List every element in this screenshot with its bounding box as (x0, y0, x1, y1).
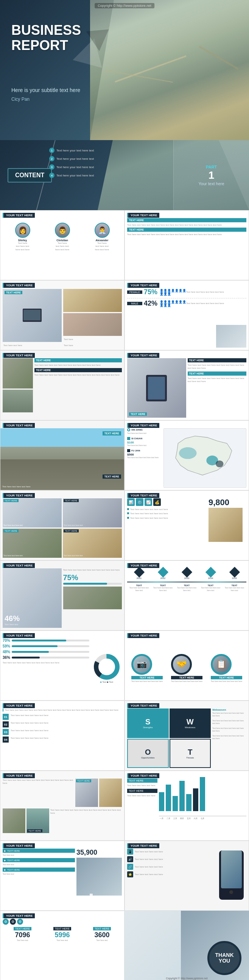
content-items: 1 Text here your text here text 2 Text h… (49, 148, 110, 181)
f-icon-4: 👤 (171, 289, 175, 292)
icon-list: 📱 Text here text here text here 🔊 Text h… (127, 849, 214, 908)
circle-3-tag: TEXT HERE (211, 676, 242, 679)
number-slide: YOUR TEXT HERE 📊 ⚙️ 📈 💰 Text here text h… (125, 490, 249, 560)
tl-desc-3: Text here text here text here text (176, 587, 198, 592)
multibars-header: YOUR TEXT HERE (3, 633, 35, 638)
diamond-4 (205, 567, 216, 578)
num-5996: TEXT HERE 5996 Text here text (53, 927, 71, 942)
bchart-text-2: Text here text here text here (127, 794, 157, 797)
swot-o: O Opportunities (127, 739, 169, 768)
thankyou-circle: THANKYOU (208, 941, 241, 975)
thankyou-circle-wrap: THANKYOU (208, 941, 241, 975)
tl-text-1: TEXT Text here text here text here text (128, 584, 150, 592)
m-icon-10: 👤 (167, 304, 171, 307)
bar-col-7 (200, 777, 205, 811)
landscape-tag-1: TEXT HERE (103, 431, 121, 436)
f-icon-6: 👤 (179, 289, 182, 292)
item-text-3: Text here your text here text (56, 165, 94, 169)
icon-row-3: 🔗 Text here text here text here (127, 864, 214, 870)
tablet-img (127, 358, 186, 418)
phone-device (219, 851, 244, 900)
landscape-text: Text here text here text here (2, 485, 31, 488)
bn-text-2: Text here text (3, 863, 75, 866)
photo-4: TEXT HERE (27, 808, 49, 833)
year-diamonds: 2011 2012 2013 2014 2015 (127, 568, 246, 579)
grid-tag-2: TEXT HERE (63, 499, 79, 502)
swot-t-label: Threats (186, 757, 194, 759)
main-image: TEXT HERE (3, 289, 62, 342)
f-icon-9: 👤 (163, 292, 167, 296)
grid-text-1: Text here text here text (3, 524, 61, 527)
dark-text-header: YOUR TEXT HERE (3, 353, 35, 358)
aerial-img (76, 858, 122, 896)
tag-here-2: TEXT HERE (53, 927, 71, 931)
pct-left-slide: YOUR TEXT HERE 46% Text here text Text h… (0, 560, 125, 630)
bar-fill-48 (12, 651, 49, 653)
bchart-tag-2: TEXT HERE (127, 789, 157, 793)
timeline-header: YOUR TEXT HERE (127, 563, 159, 568)
bar-fill-36 (12, 657, 40, 659)
dark-right-content: TEXT HERE Text here text here text here … (35, 358, 122, 418)
num-text-4: Text here text here text here text here (11, 737, 48, 740)
grid-img-1: TEXT HERE Text here text here text (3, 498, 62, 528)
dark-text-1: Text here text here text here text here … (35, 364, 122, 367)
swot-weakness-text: Text here text here text here text here … (212, 727, 246, 732)
cover-author: Cicy Pan (11, 97, 30, 102)
item-text-1: Text here your text here text (56, 149, 94, 152)
photos-tags-slide: YOUR TEXT HERE Text here text here text … (0, 771, 125, 841)
xlabel-3: 三月 (173, 817, 178, 819)
row-image-gender: YOUR TEXT HERE TEXT HERE Text here text … (0, 280, 249, 350)
highway-img-left (3, 390, 33, 412)
gender-slide: YOUR TEXT HERE FEMALE 75% 👤 👤 👤 👤 👤 👤 👤 … (125, 280, 249, 350)
m-icon-5: 👤 (175, 300, 179, 304)
dark-content: TEXT HERE Text here text here text here … (3, 358, 122, 418)
fujian-text: Text here text here text here text here (127, 456, 161, 459)
grid-tag-3: TEXT HERE (3, 530, 19, 532)
name-alexander: Alexander (84, 239, 120, 242)
laptop-img (3, 289, 62, 342)
grid-text-2: Text here text here text (63, 524, 121, 527)
cover-slide: Copyright © http://www.pptstore.net BUSI… (0, 0, 249, 140)
num-badge-04: 04 (3, 737, 9, 743)
bn-icon-1: ▶ (4, 850, 6, 852)
tablet-dark-tag: TEXT HERE (188, 358, 247, 363)
swot-s-label: Strengths (143, 726, 153, 729)
tl-desc-2: Text here text here text here text (152, 587, 174, 592)
settings-icon-3: ⚙ (17, 919, 23, 925)
bar-col-1 (159, 792, 164, 811)
num-5996-display: 5996 (53, 931, 71, 939)
bar-col-2 (166, 784, 171, 811)
big-number-area: 9,800 (208, 498, 246, 558)
m-icon-9: 👤 (163, 304, 167, 307)
multibars-content: 70% 59% 48% (3, 638, 122, 698)
photo-tag-2: TEXT HERE (27, 829, 42, 832)
swot-content: S Strengths W Weakness O Opportunities T… (127, 708, 246, 768)
xinjiang-highlight (179, 447, 197, 459)
xlabel-2: 二月 (166, 817, 171, 819)
mini-bar-3 (86, 900, 89, 904)
tag-text-here-2: TEXT HERE (127, 228, 246, 232)
content-item-4: 4 Text here your text here text (49, 173, 110, 178)
sichuan-label-row: SI CHUAN (127, 437, 161, 440)
swot-s-letter: S (145, 718, 150, 726)
highway-photo (0, 428, 124, 490)
circles-header: YOUR TEXT HERE (127, 633, 159, 638)
image-grid-4: TEXT HERE Text here text here text TEXT … (3, 498, 122, 558)
icon-item-text-1: Text here text here text here (135, 850, 163, 853)
circle-1: 📷 (131, 654, 152, 675)
member-christian: 👨 Christian Text heretext here texthere … (44, 223, 80, 251)
big-number: 9,800 (208, 498, 246, 507)
row-bignumber-phone: YOUR TEXT HERE ▶ TEXT HERE Text here tex… (0, 841, 249, 911)
barchart-content: TEXT HERE Text here text here text here … (127, 778, 246, 838)
row-pct-pct: YOUR TEXT HERE 46% Text here text Text h… (0, 560, 249, 630)
item-num-4: 4 (49, 173, 54, 178)
timeline-content: 2011 2012 2013 2014 2015 (127, 568, 246, 628)
tablet-text-1: Text here text here text here text here … (188, 364, 247, 370)
imgrid-slide: YOUR TEXT HERE TEXT HERE Text here text … (0, 490, 125, 560)
bar-bg-75 (63, 583, 122, 585)
bullet-icon-3 (127, 517, 129, 519)
stats-col: 70% 59% 48% (3, 638, 89, 698)
bn-icon-3: ▶ (4, 868, 6, 871)
female-text: Text here text here text here text here (186, 290, 246, 293)
num-7096-display: 7096 (14, 931, 32, 939)
